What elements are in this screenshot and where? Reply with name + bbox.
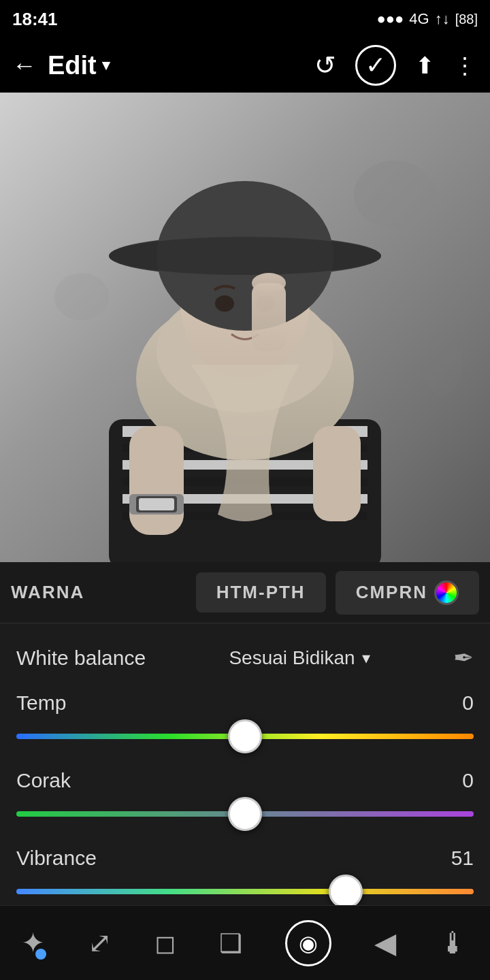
edit-panel: White balance Sesuai Bidikan ▾ ✒ Temp 0 … (0, 623, 490, 938)
vibrance-slider-container[interactable] (16, 878, 474, 905)
temp-slider-container[interactable] (16, 723, 474, 750)
corak-slider-row: Corak 0 (16, 769, 474, 828)
mask-tool-button[interactable]: ◻ (154, 928, 176, 958)
camera-tool-button[interactable]: ◉ (285, 920, 331, 966)
cmprn-tab[interactable]: CMPRN (336, 571, 479, 615)
brush-tool-button[interactable]: ✦ (21, 926, 45, 960)
layers-tool-button[interactable]: ❑ (219, 928, 242, 958)
share-button[interactable]: ⬆ (415, 52, 434, 79)
undo-button[interactable]: ↺ (314, 50, 336, 80)
wb-selector[interactable]: Sesuai Bidikan ▾ (229, 647, 370, 669)
top-toolbar: ← Edit ▾ ↺ ✓ ⬆ ⋮ (0, 38, 490, 93)
photo-svg (0, 93, 490, 562)
bottom-toolbar: ✦ ⤢ ◻ ❑ ◉ ◀ 🌡 (0, 905, 490, 980)
warna-tab-label[interactable]: WARNA (11, 582, 186, 603)
play-icon: ◀ (374, 926, 396, 960)
white-balance-label: White balance (16, 647, 146, 670)
back-button[interactable]: ← (12, 51, 37, 80)
vibrance-value: 51 (451, 847, 474, 870)
vibrance-slider-row: Vibrance 51 (16, 847, 474, 905)
layers-icon: ❑ (219, 928, 242, 958)
edit-menu[interactable]: Edit ▾ (48, 51, 110, 80)
temp-slider-row: Temp 0 (16, 691, 474, 750)
temperature-tool-button[interactable]: 🌡 (438, 926, 468, 960)
corak-slider-container[interactable] (16, 800, 474, 828)
color-wheel-icon (434, 581, 459, 605)
vibrance-label: Vibrance (16, 847, 97, 870)
mask-icon: ◻ (154, 928, 176, 958)
edit-chevron: ▾ (102, 56, 110, 74)
temp-slider-header: Temp 0 (16, 691, 474, 715)
camera-capture-btn[interactable]: ◉ (285, 920, 331, 966)
svg-point-2 (354, 161, 436, 229)
corak-slider-thumb[interactable] (228, 797, 262, 831)
battery-icon: [88] (455, 12, 478, 27)
crop-tool-button[interactable]: ⤢ (88, 926, 112, 960)
signal-icon: ●●● (376, 10, 404, 28)
vibrance-slider-header: Vibrance 51 (16, 847, 474, 870)
svg-rect-27 (139, 498, 174, 510)
play-button[interactable]: ◀ (374, 926, 396, 960)
photo-placeholder (0, 93, 490, 562)
svg-point-3 (54, 273, 109, 321)
toolbar-left: ← Edit ▾ (12, 51, 110, 80)
edit-label: Edit (48, 51, 97, 80)
panel-tabs: WARNA HTM-PTH CMPRN (0, 562, 490, 623)
corak-slider-header: Corak 0 (16, 769, 474, 792)
status-time: 18:41 (12, 9, 58, 30)
svg-rect-23 (129, 426, 184, 535)
status-right: ●●● 4G ↑↓ [88] (376, 10, 478, 28)
temp-label: Temp (16, 691, 66, 715)
htm-pth-tab[interactable]: HTM-PTH (196, 572, 326, 612)
svg-point-4 (422, 334, 463, 395)
photo-canvas (0, 93, 490, 562)
network-type2: ↑↓ (435, 10, 450, 28)
svg-point-19 (215, 295, 234, 312)
temp-value: 0 (462, 691, 474, 715)
more-button[interactable]: ⋮ (453, 52, 478, 79)
camera-icon: ◉ (299, 930, 318, 956)
wb-chevron-icon: ▾ (362, 649, 370, 668)
svg-point-18 (109, 237, 381, 275)
confirm-button[interactable]: ✓ (355, 45, 396, 86)
white-balance-row: White balance Sesuai Bidikan ▾ ✒ (16, 644, 474, 672)
crop-icon: ⤢ (88, 926, 112, 960)
eyedropper-button[interactable]: ✒ (453, 644, 474, 672)
thermometer-icon: 🌡 (438, 926, 468, 960)
svg-point-22 (252, 273, 286, 293)
svg-rect-24 (313, 426, 361, 521)
vibrance-slider-thumb[interactable] (329, 875, 363, 909)
toolbar-right: ↺ ✓ ⬆ ⋮ (314, 45, 478, 86)
network-type: 4G (409, 10, 429, 28)
temp-slider-thumb[interactable] (228, 719, 262, 753)
wb-current-value: Sesuai Bidikan (229, 647, 355, 669)
corak-value: 0 (462, 769, 474, 792)
vibrance-slider-track (16, 889, 474, 894)
status-bar: 18:41 ●●● 4G ↑↓ [88] (0, 0, 490, 38)
corak-label: Corak (16, 769, 71, 792)
